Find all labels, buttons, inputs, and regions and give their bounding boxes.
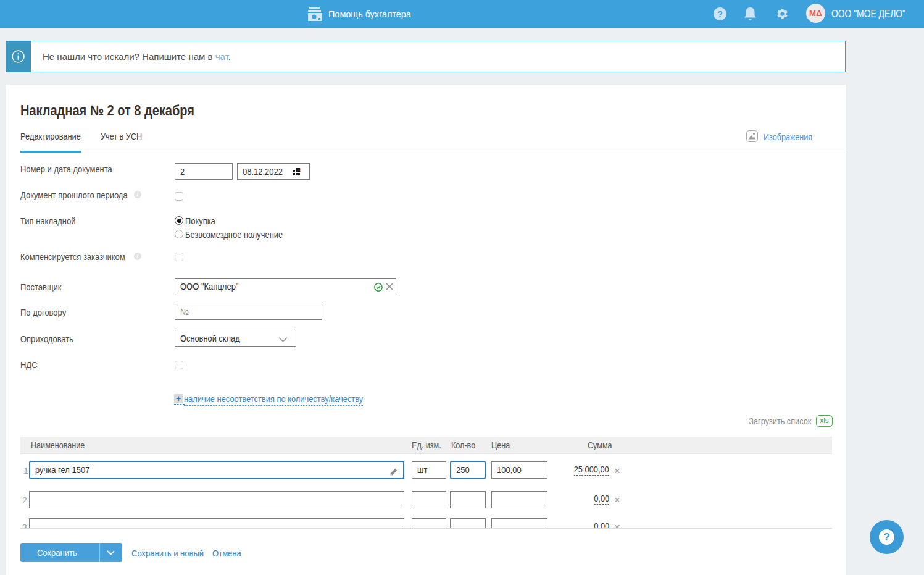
svg-text:?: ?	[717, 9, 723, 19]
